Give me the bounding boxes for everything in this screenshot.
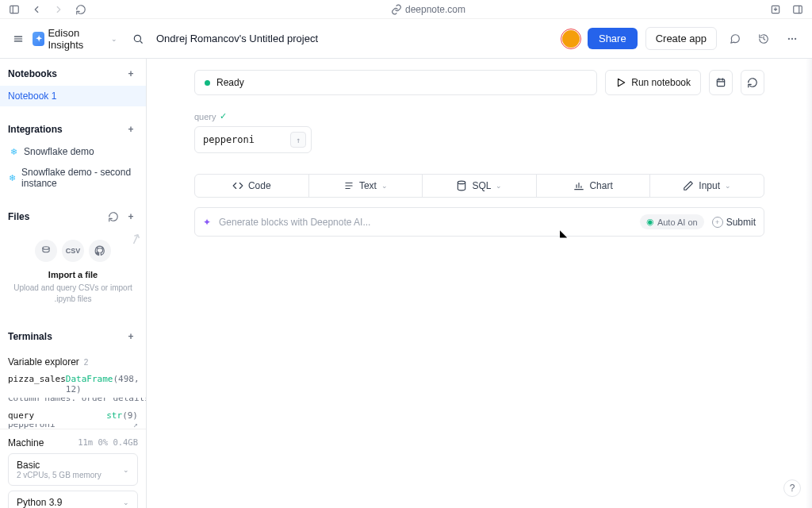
- import-file-subtitle: Upload and query CSVs or import .ipynb f…: [8, 283, 138, 304]
- sidebar: Notebooks + Notebook 1 Integrations + ❄ …: [0, 59, 147, 508]
- add-terminal-button[interactable]: +: [124, 329, 138, 344]
- chart-icon: [573, 180, 584, 191]
- chevron-down-icon: ⌄: [496, 182, 502, 190]
- help-button[interactable]: ?: [783, 479, 801, 497]
- svg-point-4: [788, 38, 789, 39]
- workspace-logo-icon: ✦: [33, 32, 44, 46]
- code-icon: [232, 180, 243, 191]
- back-icon[interactable]: [29, 2, 44, 17]
- more-icon[interactable]: [782, 29, 802, 49]
- query-input[interactable]: pepperoni ↑: [194, 126, 312, 153]
- auto-ai-toggle[interactable]: ◉ Auto AI on: [640, 214, 704, 229]
- add-block-toolbar: Code Text⌄ SQL⌄ Chart Input⌄: [194, 174, 764, 198]
- workspace-switcher[interactable]: ✦ Edison Insights ⌄: [33, 27, 117, 51]
- restart-kernel-icon[interactable]: [741, 70, 764, 95]
- add-input-block[interactable]: Input⌄: [650, 175, 764, 197]
- history-icon[interactable]: [753, 29, 774, 49]
- link-icon: [391, 4, 402, 15]
- bolt-icon: ◉: [646, 217, 654, 227]
- app-header: ✦ Edison Insights ⌄ Ondrej Romancov's Un…: [0, 19, 812, 59]
- pencil-icon: [683, 180, 694, 191]
- add-integration-button[interactable]: +: [124, 122, 138, 137]
- kernel-status[interactable]: Ready: [194, 70, 597, 95]
- csv-icon: CSV: [62, 240, 84, 262]
- chevron-down-icon: ⌄: [123, 498, 129, 506]
- ai-prompt-row: ✦ Generate blocks with Deepnote AI... ◉ …: [194, 207, 764, 237]
- variable-row[interactable]: query str(9): [0, 407, 146, 424]
- svg-marker-8: [619, 79, 625, 86]
- files-dropzone[interactable]: ↗ CSV Import a file Upload and query CSV…: [0, 229, 146, 317]
- svg-rect-0: [10, 6, 19, 13]
- search-icon[interactable]: [130, 29, 147, 48]
- external-link-icon[interactable]: ↗: [133, 424, 138, 429]
- machine-panel: Machine 11m 0% 0.4GB Basic 2 vCPUs, 5 GB…: [0, 429, 146, 508]
- hamburger-icon[interactable]: [10, 29, 26, 48]
- downloads-icon[interactable]: [768, 2, 783, 17]
- project-title[interactable]: Ondrej Romancov's Untitled project: [147, 33, 562, 44]
- import-file-title: Import a file: [8, 270, 138, 279]
- submit-ai-button[interactable]: + Submit: [712, 217, 756, 228]
- chevron-down-icon: ⌄: [123, 466, 129, 474]
- svg-point-10: [458, 181, 465, 184]
- sidebar-item-notebook[interactable]: Notebook 1: [0, 86, 146, 106]
- variable-explorer-header[interactable]: Variable explorer 2: [0, 348, 146, 371]
- sparkle-icon: ✦: [203, 217, 211, 228]
- schedule-icon[interactable]: [709, 70, 733, 95]
- chevron-down-icon: ⌄: [111, 35, 117, 43]
- ai-prompt-input[interactable]: Generate blocks with Deepnote AI...: [219, 217, 632, 228]
- sidebar-item-integration[interactable]: ❄ Snowflake demo - second instance: [0, 162, 146, 194]
- comments-icon[interactable]: [725, 29, 745, 49]
- submit-input-button[interactable]: ↑: [290, 132, 306, 148]
- browser-toolbar: deepnote.com: [0, 0, 812, 19]
- add-code-block[interactable]: Code: [195, 175, 309, 197]
- refresh-files-button[interactable]: [106, 210, 121, 224]
- svg-rect-2: [794, 6, 802, 13]
- notebook-canvas: Ready Run notebook query ✓ pepperoni ↑ C…: [147, 59, 812, 508]
- machine-tier-select[interactable]: Basic 2 vCPUs, 5 GB memory ⌄: [8, 453, 138, 486]
- database-icon: [456, 180, 467, 191]
- add-file-button[interactable]: +: [124, 210, 138, 224]
- svg-point-3: [135, 35, 141, 41]
- address-bar[interactable]: deepnote.com: [95, 4, 761, 15]
- chevron-down-icon: ⌄: [381, 182, 388, 190]
- variable-row[interactable]: pizza_sales DataFrame(498, 12): [0, 371, 146, 398]
- chevron-down-icon: ⌄: [725, 182, 731, 190]
- panel-toggle-icon[interactable]: [790, 2, 806, 17]
- integrations-header: Integrations +: [0, 114, 146, 141]
- add-chart-block[interactable]: Chart: [537, 175, 651, 197]
- check-icon: ✓: [220, 111, 227, 121]
- sidebar-toggle-icon[interactable]: [6, 2, 22, 17]
- svg-point-6: [795, 38, 796, 39]
- avatar[interactable]: [562, 30, 580, 48]
- plus-circle-icon: +: [712, 217, 723, 228]
- terminals-header: Terminals +: [0, 321, 146, 348]
- notebooks-header: Notebooks +: [0, 59, 146, 86]
- run-notebook-button[interactable]: Run notebook: [605, 70, 701, 95]
- scrollbar[interactable]: [806, 59, 812, 508]
- environment-select[interactable]: Python 3.9 ⌄: [8, 491, 138, 508]
- postgres-icon: [35, 240, 57, 262]
- reload-icon[interactable]: [73, 2, 89, 17]
- create-app-button[interactable]: Create app: [645, 27, 717, 50]
- text-icon: [343, 180, 354, 191]
- sidebar-item-integration[interactable]: ❄ Snowflake demo: [0, 141, 146, 162]
- add-sql-block[interactable]: SQL⌄: [423, 175, 537, 197]
- github-icon: [89, 240, 111, 262]
- files-header: Files +: [0, 202, 146, 229]
- input-block-label: query ✓: [194, 111, 764, 121]
- snowflake-icon: ❄: [8, 146, 19, 157]
- add-notebook-button[interactable]: +: [124, 67, 138, 81]
- status-dot-icon: [205, 80, 210, 86]
- variable-columns: Column names: order_details_id, o… ↗: [0, 398, 146, 402]
- play-icon: [615, 77, 626, 88]
- svg-point-5: [791, 38, 792, 39]
- svg-rect-9: [717, 79, 724, 87]
- forward-icon: [51, 2, 67, 17]
- share-button[interactable]: Share: [588, 28, 638, 49]
- svg-point-7: [43, 247, 49, 250]
- add-text-block[interactable]: Text⌄: [309, 175, 423, 197]
- snowflake-icon: ❄: [8, 172, 17, 183]
